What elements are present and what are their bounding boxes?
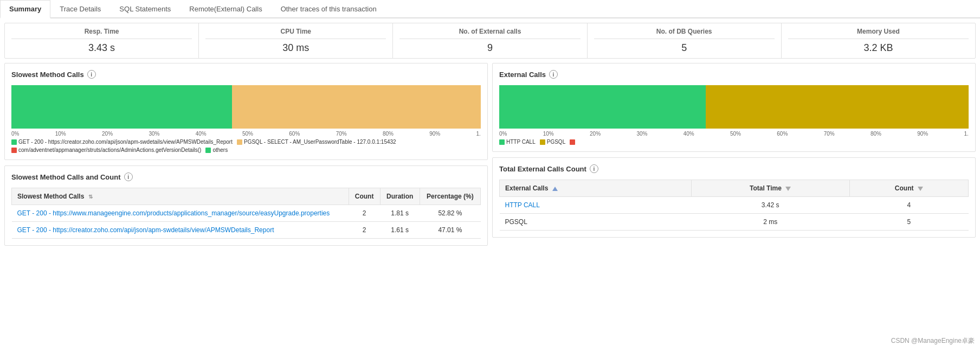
legend-item-green: GET - 200 - https://creator.zoho.com/api… (11, 139, 233, 145)
external-call-name-1: HTTP CALL (500, 197, 692, 214)
method-cell-1: GET - 200 - https://www.manageengine.com… (12, 205, 349, 222)
table-row: PGSQL 2 ms 5 (500, 214, 969, 231)
slowest-method-calls-bar (11, 85, 481, 129)
col-slowest-method: Slowest Method Calls ⇅ (12, 188, 349, 205)
legend-label-red: com/adventnet/appmanager/struts/actions/… (18, 147, 201, 153)
external-call-link-1[interactable]: HTTP CALL (505, 201, 540, 209)
metric-cpu-time-value: 30 ms (205, 42, 386, 54)
total-time-cell-2: 2 ms (691, 214, 849, 231)
bar-segment-tan (232, 85, 481, 129)
total-time-cell-1: 3.42 s (691, 197, 849, 214)
legend-item-pgsql: PGSQL (540, 139, 565, 145)
col-duration: Duration (380, 188, 420, 205)
legend-label-green: GET - 200 - https://creator.zoho.com/api… (18, 139, 233, 145)
legend-item-tan: PGSQL - SELECT - AM_UserPasswordTable - … (237, 139, 396, 145)
slowest-method-chart-axis: 0% 10% 20% 30% 40% 50% 60% 70% 80% 90% 1… (11, 131, 481, 137)
external-calls-chart-area: 0% 10% 20% 30% 40% 50% 60% 70% 80% 90% 1… (499, 85, 969, 145)
table-row: GET - 200 - https://creator.zoho.com/api… (12, 222, 481, 239)
total-external-calls-title: Total External Calls Count i (499, 164, 969, 173)
metric-cpu-time-label: CPU Time (205, 28, 386, 39)
metric-resp-time: Resp. Time 3.43 s (5, 23, 199, 58)
external-calls-chart-panel: External Calls i 0% 10% 20% 30% 40% 50% … (492, 63, 976, 152)
metric-cpu-time: CPU Time 30 ms (199, 23, 393, 58)
legend-label-others: others (212, 147, 228, 153)
sort-icon-method[interactable]: ⇅ (88, 194, 93, 200)
count-ext-cell-1: 4 (849, 197, 968, 214)
percentage-cell-1: 52.82 % (420, 205, 480, 222)
external-call-name-2: PGSQL (500, 214, 692, 231)
slowest-method-calls-chart-title: Slowest Method Calls i (11, 70, 481, 79)
metric-db-queries-value: 5 (594, 42, 775, 54)
metric-resp-time-label: Resp. Time (11, 28, 192, 39)
slowest-method-legend: GET - 200 - https://creator.zoho.com/api… (11, 139, 481, 145)
method-link-2[interactable]: GET - 200 - https://creator.zoho.com/api… (17, 226, 274, 234)
method-link-1[interactable]: GET - 200 - https://www.manageengine.com… (17, 209, 330, 217)
slowest-method-calls-chart-area: 0% 10% 20% 30% 40% 50% 60% 70% 80% 90% 1… (11, 85, 481, 153)
total-external-calls-info-icon[interactable]: i (590, 164, 598, 173)
main-content: Slowest Method Calls i 0% 10% 20% 30% 40… (0, 63, 980, 256)
external-bar-segment-yellow (706, 85, 969, 129)
external-bar-segment-green (499, 85, 706, 129)
legend-dot-http (499, 139, 505, 145)
legend-item-http: HTTP CALL (499, 139, 536, 145)
legend-dot-others (205, 148, 211, 153)
slowest-method-legend2: com/adventnet/appmanager/struts/actions/… (11, 147, 481, 153)
slowest-method-count-title: Slowest Method Calls and Count i (11, 173, 481, 181)
tab-sql-statements[interactable]: SQL Statements (110, 0, 180, 18)
legend-dot-green (11, 139, 17, 145)
sort-up-icon[interactable] (552, 187, 558, 191)
tab-other-traces[interactable]: Other traces of this transaction (272, 0, 386, 18)
col-count-ext: Count (849, 180, 968, 197)
metric-resp-time-value: 3.43 s (11, 42, 192, 54)
sort-down-icon[interactable] (785, 187, 791, 191)
slowest-method-count-panel: Slowest Method Calls and Count i Slowest… (4, 165, 488, 246)
slowest-method-calls-info-icon[interactable]: i (87, 70, 96, 79)
metrics-row: Resp. Time 3.43 s CPU Time 30 ms No. of … (4, 23, 976, 59)
legend-item-red-ext (570, 139, 575, 145)
col-count: Count (349, 188, 380, 205)
metric-db-queries: No. of DB Queries 5 (588, 23, 782, 58)
count-cell-2: 2 (349, 222, 380, 239)
count-ext-cell-2: 5 (849, 214, 968, 231)
table-row: HTTP CALL 3.42 s 4 (500, 197, 969, 214)
external-calls-info-icon[interactable]: i (549, 70, 558, 79)
duration-cell-1: 1.81 s (380, 205, 420, 222)
slowest-method-count-header: Slowest Method Calls ⇅ Count Duration Pe… (12, 188, 481, 205)
legend-dot-tan (237, 139, 242, 145)
right-panel: External Calls i 0% 10% 20% 30% 40% 50% … (492, 63, 976, 251)
total-external-calls-table: External Calls Total Time Count (499, 180, 969, 231)
tab-bar: Summary Trace Details SQL Statements Rem… (0, 0, 980, 18)
metric-external-calls-value: 9 (399, 42, 580, 54)
external-calls-bar (499, 85, 969, 129)
table-row: GET - 200 - https://www.manageengine.com… (12, 205, 481, 222)
col-total-time: Total Time (691, 180, 849, 197)
method-cell-2: GET - 200 - https://creator.zoho.com/api… (12, 222, 349, 239)
legend-dot-red-ext (570, 139, 575, 145)
tab-summary[interactable]: Summary (0, 0, 50, 18)
legend-label-tan: PGSQL - SELECT - AM_UserPasswordTable - … (244, 139, 396, 145)
metric-memory-used-label: Memory Used (788, 28, 969, 39)
external-calls-chart-title: External Calls i (499, 70, 969, 79)
total-external-calls-header: External Calls Total Time Count (500, 180, 969, 197)
tab-trace-details[interactable]: Trace Details (50, 0, 110, 18)
metric-external-calls: No. of External calls 9 (393, 23, 587, 58)
col-percentage: Percentage (%) (420, 188, 480, 205)
legend-item-others: others (205, 147, 228, 153)
col-external-calls: External Calls (500, 180, 692, 197)
slowest-method-calls-chart-panel: Slowest Method Calls i 0% 10% 20% 30% 40… (4, 63, 488, 160)
metric-memory-used: Memory Used 3.2 KB (782, 23, 975, 58)
external-calls-chart-axis: 0% 10% 20% 30% 40% 50% 60% 70% 80% 90% 1… (499, 131, 969, 137)
legend-label-http: HTTP CALL (506, 139, 536, 145)
count-cell-1: 2 (349, 205, 380, 222)
total-external-calls-panel: Total External Calls Count i External Ca… (492, 157, 976, 238)
tab-remote-calls[interactable]: Remote(External) Calls (180, 0, 271, 18)
bar-segment-green (11, 85, 232, 129)
legend-dot-red (11, 148, 17, 153)
external-calls-legend: HTTP CALL PGSQL (499, 139, 969, 145)
legend-item-red: com/adventnet/appmanager/struts/actions/… (11, 147, 201, 153)
slowest-method-count-info-icon[interactable]: i (124, 173, 133, 181)
slowest-method-count-table: Slowest Method Calls ⇅ Count Duration Pe… (11, 188, 481, 239)
percentage-cell-2: 47.01 % (420, 222, 480, 239)
sort-down-icon-2[interactable] (918, 187, 923, 191)
legend-label-pgsql: PGSQL (547, 139, 565, 145)
